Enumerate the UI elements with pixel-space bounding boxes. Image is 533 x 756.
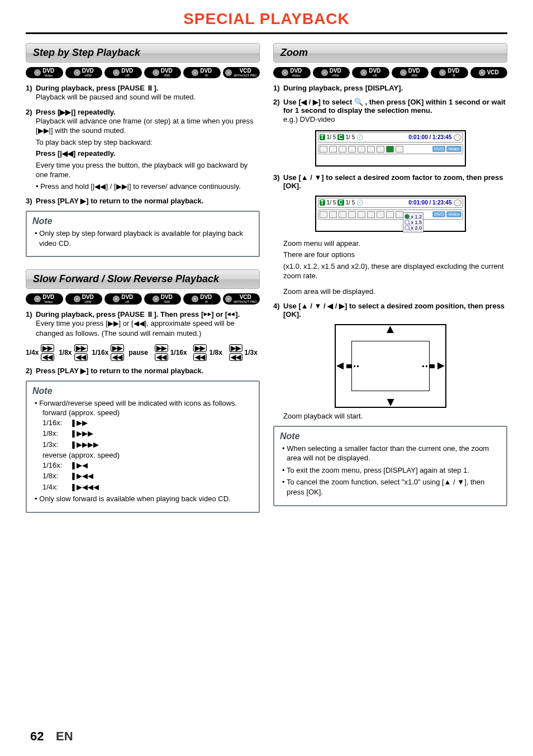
osd-t-pill: T	[320, 134, 325, 140]
ff-icon: ▶▶	[74, 344, 88, 352]
speed-row-label: 1/8x:	[47, 471, 69, 481]
speed-label: 1/16x	[92, 349, 108, 356]
zoom-position-diagram: ▲ ▲ ▲ ▲	[335, 324, 446, 408]
osd-chip	[358, 211, 365, 218]
arrow-up-icon: ▲	[384, 322, 397, 336]
disc-badge: DVDVideo	[273, 67, 311, 78]
disc-row-stepbystep: DVDVideo DVD+RW DVD+R DVD-RW DVD-R VCDWI…	[26, 67, 260, 78]
step-num: 2)	[273, 98, 283, 115]
note-title: Note	[32, 386, 253, 396]
osd-chip	[339, 146, 346, 153]
speed-label: 1/16x	[170, 349, 187, 356]
disc-icon	[34, 69, 41, 76]
zoom-s3-text: Zoom area will be displayed.	[283, 287, 507, 297]
speed-row-label: 1/16x:	[47, 460, 69, 470]
step2-body: Every time you press the button, the pla…	[36, 160, 260, 180]
osd-media-pill: DVDVideo	[432, 146, 461, 152]
page-title: SPECIAL PLAYBACK	[26, 10, 507, 28]
disc-badge: VCD	[470, 67, 508, 78]
osd-t-pill: T	[320, 199, 325, 206]
speed-label: 1/8x	[59, 349, 72, 356]
disc-badge: DVD-RW	[392, 67, 429, 78]
disc-badge: DVD+R	[104, 293, 142, 305]
disc-badge: DVDVideo	[26, 67, 63, 78]
ff-icon: ▶▶	[41, 344, 54, 352]
rw-icon: ◀◀	[41, 353, 54, 361]
disc-icon	[282, 69, 288, 76]
zoom-s4-text: Zoom playback will start.	[283, 411, 507, 421]
zoom-options-panel: x 1.2 x 1.5 x 2.0	[403, 212, 424, 232]
disc-badge: DVD-R	[431, 67, 468, 78]
disc-badge: DVD+RW	[313, 67, 350, 78]
osd-chip	[367, 146, 375, 153]
left-column: Step by Step Playback DVDVideo DVD+RW DV…	[26, 43, 260, 513]
speed-row-icon: ❚▶▶	[75, 418, 88, 428]
speed-row-label: 1/4x:	[47, 482, 69, 492]
rw-icon: ◀◀	[229, 353, 242, 361]
osd-preview-2: T 1/ 5 C 1/ 5 🕘 0:01:00 / 1:23:45 DVDVid…	[315, 196, 466, 232]
clock-icon: 🕘	[356, 199, 363, 206]
disc-badge: DVD-RW	[144, 67, 182, 78]
ff-icon: ▶▶	[193, 344, 207, 352]
osd-chip	[320, 146, 327, 153]
magnifier-icon	[404, 220, 410, 225]
disc-status-icon	[454, 199, 461, 206]
speed-label: 1/3x	[245, 349, 258, 356]
zoom-s3-text: Zoom menu will appear.	[283, 239, 507, 249]
osd-chip	[358, 146, 365, 153]
osd-chip	[348, 146, 356, 153]
disc-icon	[74, 69, 80, 76]
osd-val: 1/ 5	[346, 134, 355, 140]
rw-icon: ◀◀	[111, 353, 124, 361]
step1-body: Playback will be paused and sound will b…	[36, 92, 260, 102]
zoom-step3-head: Use [▲ / ▼] to select a desired zoom fac…	[283, 173, 507, 190]
note-item: Only slow forward is available when play…	[37, 494, 253, 504]
step-num: 2)	[26, 367, 36, 375]
speed-row-label: 1/8x:	[47, 429, 69, 439]
osd-chip	[329, 146, 337, 153]
disc-badge: DVD-R	[183, 67, 221, 78]
slow-step2-head: Press [PLAY ▶] to return to the normal p…	[36, 367, 203, 375]
osd-val: 1/ 5	[327, 199, 336, 206]
osd-c-pill: C	[337, 199, 344, 206]
disc-icon	[225, 69, 232, 76]
disc-badge: DVDVideo	[26, 293, 63, 305]
inner-frame	[351, 341, 430, 391]
rev-label: reverse (approx. speed)	[47, 450, 253, 460]
step2-head: Press [▶▶|] repeatedly.	[36, 108, 116, 116]
zoom-option: x 2.0	[411, 225, 422, 231]
note-box-zoom: Note When selecting a smaller factor tha…	[273, 426, 507, 506]
step-num: 1)	[26, 84, 36, 92]
step-num: 3)	[26, 197, 36, 205]
speed-row-icon: ❚▶◀	[75, 460, 88, 470]
magnifier-icon	[386, 146, 394, 153]
osd-c-pill: C	[337, 134, 344, 140]
disc-row-zoom: DVDVideo DVD+RW DVD+R DVD-RW DVD-R VCD	[273, 67, 507, 78]
step-num: 2)	[26, 108, 36, 116]
note-title: Note	[32, 216, 253, 226]
rw-icon: ◀◀	[193, 353, 207, 361]
step2-body: • Press and hold [|◀◀] / [▶▶|] to revers…	[36, 182, 260, 192]
section-step-by-step: Step by Step Playback	[26, 43, 260, 63]
disc-badge: DVD-R	[183, 293, 221, 305]
step2-body: Playback will advance one frame (or step…	[36, 116, 260, 136]
speed-row-label: 1/16x:	[47, 418, 69, 428]
disc-icon	[113, 296, 120, 302]
osd-chip	[339, 211, 346, 218]
osd-time: 0:01:00 / 1:23:45	[408, 199, 451, 206]
osd-chip	[377, 146, 384, 153]
osd-chip	[348, 211, 356, 218]
slow-step1-head: During playback, press [PAUSE ⏸]. Then p…	[36, 310, 240, 318]
disc-badge: DVD+RW	[65, 293, 103, 305]
disc-badge: DVD+R	[352, 67, 389, 78]
fwd-label: forward (approx. speed)	[47, 408, 253, 418]
note-item: To exit the zoom menu, press [DISPLAY] a…	[284, 465, 501, 476]
step2-body: To play back step by step backward:	[36, 137, 260, 148]
speed-row-icon: ❚▶▶▶	[75, 429, 93, 439]
note-title: Note	[280, 431, 501, 441]
ff-icon: ▶▶	[155, 344, 168, 352]
right-column: Zoom DVDVideo DVD+RW DVD+R DVD-RW DVD-R …	[273, 43, 507, 513]
osd-chip	[396, 211, 403, 218]
step-num: 4)	[273, 302, 283, 318]
speed-row-icon: ❚▶▶▶▶	[75, 440, 99, 450]
